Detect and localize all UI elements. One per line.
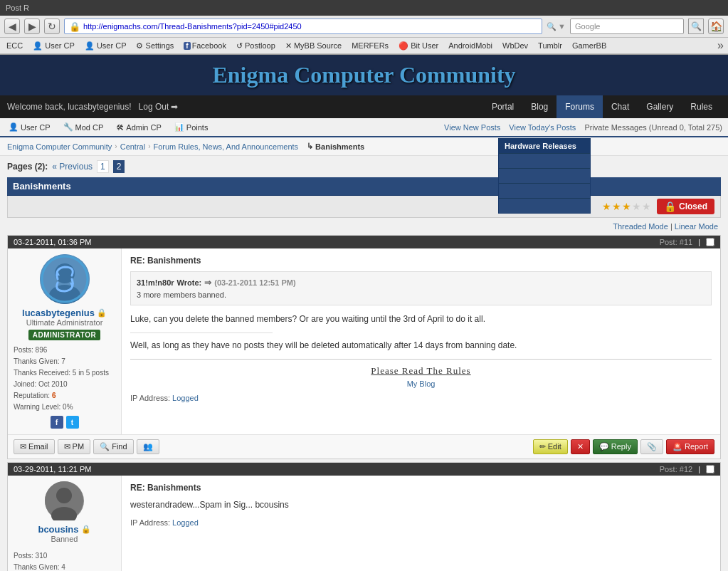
- email-button[interactable]: ✉ Email: [14, 439, 55, 454]
- dropdown-item-4[interactable]: [499, 198, 590, 213]
- bookmark-gamerbb[interactable]: GamerBB: [570, 41, 608, 51]
- logout-link[interactable]: Log Out ➡: [139, 102, 179, 112]
- site-title: Enigma Computer Community: [0, 62, 728, 88]
- post-11-checkbox[interactable]: [706, 238, 714, 246]
- star-3[interactable]: ★: [622, 201, 631, 212]
- browser-title: Post R: [6, 4, 29, 12]
- dropdown-item-1[interactable]: [499, 153, 590, 168]
- nav-gallery[interactable]: Gallery: [638, 95, 682, 118]
- breadcrumb-home[interactable]: Enigma Computer Community: [7, 142, 112, 151]
- find-button[interactable]: 🔍 Find: [93, 439, 133, 454]
- page-link-2-current[interactable]: 2: [113, 160, 125, 173]
- bookmark-usercp1[interactable]: 👤 User CP: [31, 41, 77, 51]
- nav-blog[interactable]: Blog: [522, 95, 556, 118]
- thread-info-right: ★ ★ ★ ★ ★ 🔒 Closed: [602, 199, 714, 214]
- breadcrumb-forum-rules[interactable]: Forum Rules, News, And Announcements: [154, 142, 299, 151]
- stat-thanks-given: Thanks Given: 7: [14, 356, 115, 367]
- post-12-content-col: RE: Banishments westerandradew...Spam in…: [122, 476, 720, 571]
- sub-nav: 👤 User CP 🔧 Mod CP 🛠 Admin CP 📊 Points V…: [0, 118, 728, 137]
- linear-mode-link[interactable]: Linear Mode: [675, 222, 718, 231]
- bookmark-bituser[interactable]: 🔴 Bit User: [396, 41, 441, 51]
- breadcrumb-central[interactable]: Central: [120, 142, 145, 151]
- post-12-author-name[interactable]: bcousins: [38, 524, 78, 535]
- search-bar[interactable]: Google: [570, 19, 684, 34]
- bookmark-mybb[interactable]: ✕ MyBB Source: [283, 41, 344, 51]
- bookmark-merfers[interactable]: MERFERs: [349, 41, 391, 51]
- post-11-body: lucasbytegenius 🔒 Ultimate Administrator…: [8, 248, 720, 434]
- bookmark-tumblr[interactable]: Tumblr: [536, 41, 564, 51]
- friends-button[interactable]: 👥: [137, 439, 159, 454]
- post-11-quote: 31!m!n80r Wrote: ⇒ (03-21-2011 12:51 PM)…: [130, 271, 712, 305]
- post-11-ip: IP Address: Logged: [130, 394, 712, 402]
- reply-button[interactable]: 💬 Reply: [593, 439, 638, 454]
- bookmark-usercp2[interactable]: 👤 User CP: [83, 41, 129, 51]
- svg-point-7: [56, 488, 72, 503]
- subnav-admincp[interactable]: 🛠 Admin CP: [113, 121, 164, 133]
- view-today-posts[interactable]: View Today's Posts: [509, 123, 576, 132]
- back-button[interactable]: ◀: [4, 19, 20, 34]
- forward-button[interactable]: ▶: [24, 19, 40, 34]
- thread-title: Banishments: [13, 181, 71, 192]
- sig-main-link[interactable]: Please Read The Rules: [130, 365, 712, 377]
- subnav-points[interactable]: 📊 Points: [172, 121, 211, 133]
- dropdown-item-2[interactable]: [499, 168, 590, 183]
- post-11-date: 03-21-2011, 01:36 PM: [14, 238, 91, 246]
- nav-forums[interactable]: Forums: [556, 95, 603, 118]
- post-11-author-lock: 🔒: [97, 308, 107, 318]
- twitter-icon[interactable]: t: [66, 416, 79, 429]
- post-12-ip: IP Address: Logged: [130, 518, 712, 527]
- view-new-posts[interactable]: View New Posts: [444, 123, 500, 132]
- search-button[interactable]: 🔍: [688, 19, 704, 34]
- post-12-checkbox[interactable]: [706, 465, 714, 473]
- subnav-usercp[interactable]: 👤 User CP: [6, 121, 53, 133]
- pm-button[interactable]: ✉ PM: [58, 439, 91, 454]
- bookmark-postloop[interactable]: ↺ Postloop: [234, 41, 278, 51]
- post-11-title: RE: Banishments: [130, 256, 712, 266]
- address-bar[interactable]: 🔒 http://enigmachs.com/Thread-Banishment…: [64, 19, 542, 34]
- dropdown-item-3[interactable]: [499, 183, 590, 198]
- bookmark-wbdev[interactable]: WbDev: [500, 41, 530, 51]
- nav-chat[interactable]: Chat: [603, 95, 638, 118]
- post-11-num: Post: #11: [660, 238, 692, 246]
- prev-page-link[interactable]: « Previous: [52, 162, 93, 172]
- dropdown-header: Hardware Releases: [499, 139, 590, 153]
- page-link-1[interactable]: 1: [97, 160, 109, 173]
- threaded-mode-link[interactable]: Threaded Mode: [613, 222, 668, 231]
- nav-portal[interactable]: Portal: [483, 95, 522, 118]
- closed-badge: 🔒 Closed: [657, 199, 714, 214]
- pages-label: Pages (2):: [7, 162, 48, 172]
- stat-warning: Warning Level: 0%: [14, 402, 115, 413]
- bookmark-ecc[interactable]: ECC: [4, 41, 25, 51]
- star-1[interactable]: ★: [602, 201, 611, 212]
- post-11-author-name[interactable]: lucasbytegenius: [22, 308, 95, 318]
- bookmark-facebook[interactable]: f Facebook: [181, 41, 228, 51]
- post-11-content-col: RE: Banishments 31!m!n80r Wrote: ⇒ (03-2…: [122, 248, 720, 434]
- delete-button[interactable]: ✕: [571, 439, 590, 454]
- star-5[interactable]: ★: [642, 201, 651, 212]
- post-12-text: westerandradew...Spam in Sig... bcousins: [130, 498, 712, 511]
- quote-button[interactable]: 📎: [640, 439, 663, 454]
- post-11-author-col: lucasbytegenius 🔒 Ultimate Administrator…: [8, 248, 122, 434]
- post-12-title: RE: Banishments: [130, 483, 712, 493]
- edit-button[interactable]: ✏ Edit: [533, 439, 568, 454]
- post-11-text-2: Well, as long as they have no posts they…: [130, 339, 712, 352]
- page-content: Enigma Computer Community Welcome back, …: [0, 55, 728, 571]
- facebook-icon[interactable]: f: [51, 416, 63, 429]
- star-4[interactable]: ★: [632, 201, 641, 212]
- post-12-avatar: [45, 481, 84, 520]
- post-11-socials: f t: [51, 416, 79, 429]
- post-11: 03-21-2011, 01:36 PM Post: #11 |: [7, 235, 721, 459]
- bookmark-settings[interactable]: ⚙ Settings: [134, 41, 176, 51]
- avatar-image: [40, 254, 90, 304]
- sig-blog-link[interactable]: My Blog: [407, 379, 436, 388]
- bookmark-androidmobi[interactable]: AndroidMobi: [446, 41, 495, 51]
- home-button[interactable]: 🏠: [708, 19, 724, 34]
- refresh-button[interactable]: ↻: [44, 19, 60, 34]
- star-2[interactable]: ★: [612, 201, 621, 212]
- nav-rules[interactable]: Rules: [682, 95, 721, 118]
- subnav-modcp[interactable]: 🔧 Mod CP: [60, 121, 107, 133]
- breadcrumb-arrow-icon: ↳: [307, 142, 313, 151]
- post-11-header: 03-21-2011, 01:36 PM Post: #11 |: [8, 236, 720, 248]
- bookmarks-more-button[interactable]: »: [717, 39, 724, 52]
- report-button[interactable]: 🚨 Report: [666, 439, 714, 454]
